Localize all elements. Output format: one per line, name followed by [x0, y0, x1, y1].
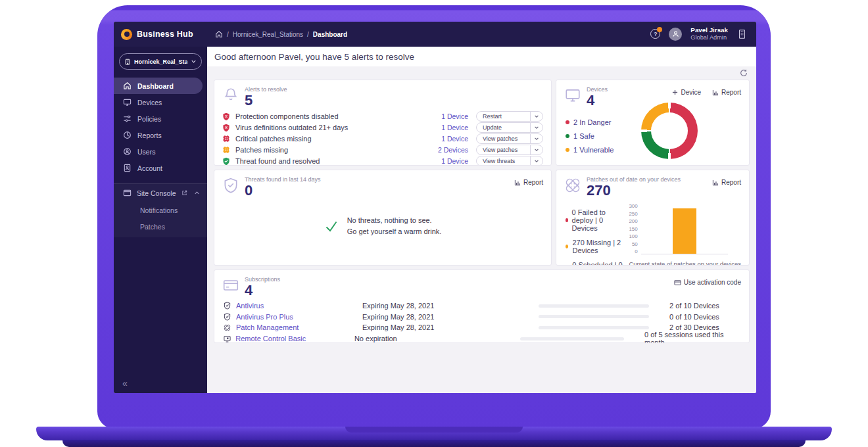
- alert-device-link[interactable]: 1 Device: [441, 135, 468, 143]
- report-chart-icon: [712, 179, 719, 186]
- user-name: Pavel Jirsak: [690, 26, 728, 34]
- legend-dot: [566, 134, 569, 138]
- breadcrumb-site[interactable]: Hornicek_Real_Stations: [233, 31, 303, 38]
- legend-label: 1 Safe: [573, 132, 594, 140]
- sidebar-item-label: Devices: [137, 99, 162, 106]
- subscription-row: Remote Control Basic No expiration 0 of …: [224, 333, 740, 343]
- alert-row: Patches missing 2 Devices View patches: [222, 145, 543, 156]
- monitor-icon: [123, 98, 132, 106]
- sidebar-item-reports[interactable]: Reports: [114, 127, 207, 143]
- y-tick: 100: [629, 233, 637, 239]
- usage-label: 0 of 10 Devices: [669, 313, 719, 321]
- sidebar-item-account[interactable]: Account: [114, 160, 207, 176]
- sidebar-item-site-console[interactable]: Site Console: [114, 184, 207, 202]
- sidebar-item-users[interactable]: Users: [114, 143, 207, 160]
- legend-item[interactable]: 0 Scheduled | 0 Devices: [566, 261, 629, 266]
- threats-report-button[interactable]: Report: [514, 179, 543, 186]
- shield-error-icon: [222, 124, 230, 132]
- policies-icon: [123, 114, 132, 123]
- topbar-actions: ? Pavel Jirsak Global Admin: [650, 26, 756, 42]
- sidebar-item-dashboard[interactable]: Dashboard: [114, 78, 203, 94]
- devices-donut-chart[interactable]: [641, 103, 698, 159]
- legend-label: 270 Missing | 2 Devices: [572, 239, 629, 254]
- site-selector[interactable]: Hornicek_Real_Statio...: [119, 53, 202, 70]
- legend-dot: [566, 120, 569, 124]
- button-label: Report: [721, 89, 741, 96]
- usage-progress-bar: [539, 315, 649, 318]
- button-label: Report: [721, 179, 741, 186]
- legend-dot: [566, 218, 568, 222]
- alert-action-dropdown[interactable]: View patches: [476, 145, 543, 155]
- y-tick: 250: [629, 211, 637, 217]
- subscription-name-link[interactable]: Antivirus Pro Plus: [236, 313, 362, 321]
- chevron-down-icon[interactable]: [530, 145, 542, 154]
- subscription-name-link[interactable]: Antivirus: [236, 302, 362, 310]
- alerts-count: 5: [245, 93, 287, 108]
- button-label: Use activation code: [684, 279, 741, 286]
- legend-item[interactable]: 0 Failed to deploy | 0 Devices: [566, 208, 629, 232]
- threats-card: Threats found in last 14 days 0 Report: [214, 170, 552, 266]
- subscriptions-count: 4: [245, 283, 280, 298]
- sidebar-item-notifications[interactable]: Notifications: [114, 202, 207, 218]
- plus-icon: [672, 89, 678, 95]
- alert-device-link[interactable]: 2 Devices: [438, 146, 468, 154]
- sidebar-item-policies[interactable]: Policies: [114, 110, 207, 127]
- site-selector-label: Hornicek_Real_Statio...: [134, 59, 187, 65]
- alert-action-dropdown[interactable]: Restart: [476, 111, 543, 122]
- subscription-name-link[interactable]: Remote Control Basic: [235, 335, 354, 342]
- dropdown-label: Update: [477, 124, 530, 131]
- avatar[interactable]: [669, 28, 682, 41]
- home-icon[interactable]: [215, 30, 223, 38]
- external-link-icon: [181, 190, 187, 196]
- chevron-down-icon[interactable]: [530, 123, 542, 132]
- legend-dot: [566, 148, 569, 152]
- avast-logo-icon: [121, 29, 132, 40]
- company-icon[interactable]: [736, 29, 747, 39]
- usage-progress-bar: [520, 337, 624, 341]
- subscription-expiry: Expiring May 28, 2021: [362, 323, 539, 331]
- alert-device-link[interactable]: 1 Device: [441, 124, 468, 131]
- help-icon[interactable]: ?: [650, 29, 660, 39]
- greeting-text: Good afternoon Pavel, you have 5 alerts …: [214, 52, 414, 62]
- chart-caption: Current state of patches on your devices: [629, 260, 741, 266]
- sidebar-item-devices[interactable]: Devices: [114, 94, 207, 110]
- missing-patches-bar[interactable]: [673, 208, 696, 254]
- alert-row: Virus definitions outdated 21+ days 1 De…: [222, 122, 543, 133]
- subscription-row: Antivirus Expiring May 28, 2021 2 of 10 …: [224, 300, 740, 312]
- alert-row: Threat found and resolved 1 Device View …: [222, 156, 543, 166]
- patches-report-button[interactable]: Report: [712, 179, 741, 186]
- chevron-down-icon[interactable]: [530, 134, 542, 143]
- sidebar: Hornicek_Real_Statio... Dashboard Device…: [114, 47, 207, 393]
- alert-device-link[interactable]: 1 Device: [441, 157, 468, 165]
- sidebar-collapse-button[interactable]: «: [122, 378, 128, 388]
- top-bar: Business Hub / Hornicek_Real_Stations / …: [114, 22, 756, 47]
- chevron-down-icon[interactable]: [530, 156, 542, 166]
- alert-action-dropdown[interactable]: Update: [476, 122, 543, 133]
- chevron-up-icon[interactable]: [194, 190, 200, 196]
- chevron-down-icon: [191, 59, 197, 64]
- alert-action-dropdown[interactable]: View patches: [476, 133, 543, 144]
- dropdown-label: View patches: [477, 147, 530, 153]
- brand: Business Hub: [114, 29, 207, 40]
- subscription-expiry: Expiring May 28, 2021: [362, 302, 539, 310]
- alert-device-link[interactable]: 1 Device: [441, 112, 468, 120]
- usage-label: 0 of 5 sessions used this month: [644, 331, 740, 343]
- legend-item[interactable]: 270 Missing | 2 Devices: [566, 239, 629, 254]
- sidebar-item-label: Site Console: [137, 189, 176, 197]
- refresh-icon[interactable]: [740, 69, 748, 77]
- legend-item[interactable]: 2 In Danger: [566, 118, 614, 126]
- devices-report-button[interactable]: Report: [712, 89, 741, 96]
- subscription-name-link[interactable]: Patch Management: [236, 323, 362, 331]
- account-icon: [123, 164, 132, 172]
- laptop-notch: [345, 427, 523, 433]
- brand-name: Business Hub: [137, 30, 193, 39]
- legend-item[interactable]: 1 Safe: [566, 132, 614, 140]
- sidebar-item-patches[interactable]: Patches: [114, 218, 207, 235]
- use-activation-code-button[interactable]: Use activation code: [674, 279, 741, 286]
- add-device-button[interactable]: Device: [672, 89, 701, 96]
- chevron-down-icon[interactable]: [530, 112, 542, 121]
- legend-item[interactable]: 1 Vulnerable: [566, 146, 614, 154]
- user-info[interactable]: Pavel Jirsak Global Admin: [690, 26, 728, 42]
- button-label: Report: [523, 179, 543, 186]
- alert-action-dropdown[interactable]: View threats: [476, 156, 543, 166]
